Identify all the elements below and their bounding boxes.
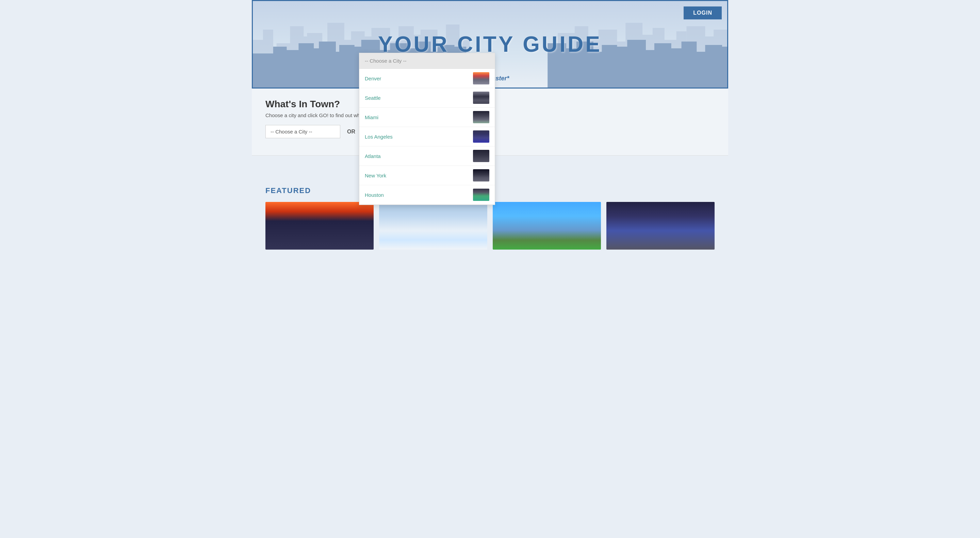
city-select-wrapper[interactable]: -- Choose a City -- Denver Seattle Miami… <box>266 125 340 138</box>
dropdown-item-denver[interactable]: Denver <box>360 69 495 88</box>
svg-rect-61 <box>705 45 722 88</box>
featured-grid <box>266 202 714 250</box>
dropdown-header: -- Choose a City -- <box>360 53 495 69</box>
svg-rect-60 <box>695 52 707 88</box>
city-name-los-angeles: Los Angeles <box>365 134 393 140</box>
city-thumb-atlanta <box>473 150 489 162</box>
dropdown-item-new-york[interactable]: New York <box>360 166 495 185</box>
svg-rect-62 <box>721 47 727 88</box>
city-thumb-houston <box>473 188 489 201</box>
or-text: OR <box>347 129 355 135</box>
svg-rect-53 <box>602 45 617 88</box>
dropdown-item-miami[interactable]: Miami <box>360 108 495 127</box>
city-thumb-miami <box>473 111 489 123</box>
city-name-atlanta: Atlanta <box>365 153 381 159</box>
svg-rect-59 <box>682 42 697 88</box>
city-name-denver: Denver <box>365 76 381 81</box>
dropdown-item-los-angeles[interactable]: Los Angeles <box>360 127 495 147</box>
featured-card-ski[interactable] <box>379 202 487 250</box>
svg-rect-55 <box>627 40 646 88</box>
svg-rect-54 <box>615 47 629 88</box>
city-name-new-york: New York <box>365 172 386 179</box>
svg-rect-32 <box>253 53 277 88</box>
featured-card-tropical[interactable] <box>493 202 601 250</box>
svg-rect-52 <box>592 52 604 88</box>
city-name-seattle: Seattle <box>365 95 381 101</box>
featured-card-football[interactable] <box>606 202 714 250</box>
dropdown-item-houston[interactable]: Houston <box>360 185 495 204</box>
city-thumb-la <box>473 131 489 143</box>
city-select[interactable]: -- Choose a City -- Denver Seattle Miami… <box>266 125 340 138</box>
city-name-miami: Miami <box>365 114 379 120</box>
city-thumb-denver <box>473 72 489 85</box>
dropdown-item-atlanta[interactable]: Atlanta <box>360 147 495 166</box>
svg-rect-57 <box>654 43 671 88</box>
city-dropdown: -- Choose a City -- Denver Seattle Miami… <box>359 53 495 205</box>
svg-rect-56 <box>644 50 656 88</box>
city-thumb-seattle <box>473 92 489 104</box>
city-name-houston: Houston <box>365 192 384 198</box>
middle-title-text: What's In Town? <box>266 99 340 109</box>
login-button[interactable]: LOGIN <box>684 6 722 19</box>
featured-card-vegas[interactable] <box>266 202 374 250</box>
svg-rect-58 <box>670 48 683 88</box>
dropdown-item-seattle[interactable]: Seattle <box>360 88 495 108</box>
city-thumb-newyork <box>473 169 489 182</box>
